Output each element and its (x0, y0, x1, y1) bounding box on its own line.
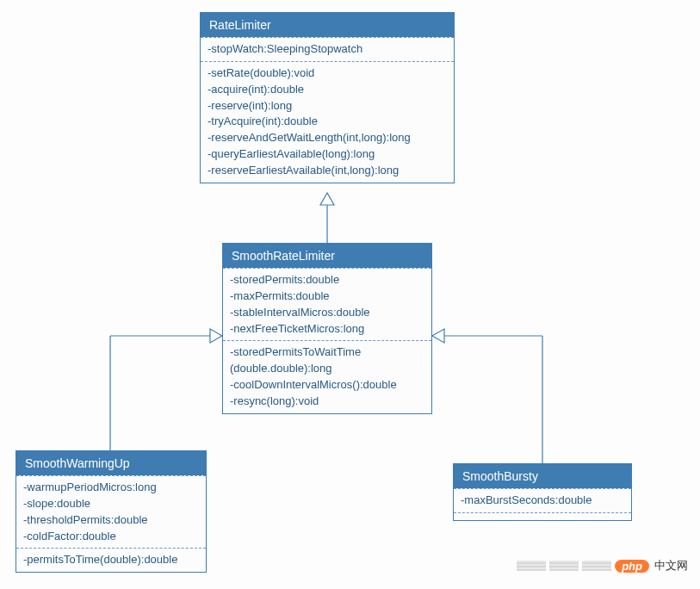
ops-section: -permitsToTime(double):double (16, 548, 206, 572)
op: -queryEarliestAvailable(long):long (208, 146, 447, 163)
attr: -maxPermits:double (230, 288, 424, 305)
attr: -slope:double (23, 496, 199, 512)
class-title: SmoothWarmingUp (16, 451, 206, 475)
op: -reserve(int):long (208, 98, 447, 115)
watermark: php 中文网 (517, 558, 688, 574)
op: -reserveEarliestAvailable(int,long):long (208, 163, 447, 179)
op: -tryAcquire(int):double (208, 114, 447, 130)
attr: -maxBurstSeconds:double (461, 493, 624, 509)
svg-marker-4 (210, 329, 222, 343)
op: -coolDownIntervalMicros():double (230, 377, 424, 394)
op: -setRate(double):void (208, 65, 447, 82)
attrs-section: -storedPermits:double -maxPermits:double… (223, 268, 431, 340)
watermark-logo: php (615, 560, 649, 573)
svg-marker-1 (320, 193, 334, 205)
class-smoothratelimiter: SmoothRateLimiter -storedPermits:double … (222, 243, 432, 414)
class-title: RateLimiter (201, 13, 454, 37)
attrs-section: -maxBurstSeconds:double (454, 488, 631, 512)
attr: -storedPermits:double (230, 272, 424, 288)
class-smoothbursty: SmoothBursty -maxBurstSeconds:double (453, 463, 632, 521)
op: -acquire(int):double (208, 82, 447, 98)
op: -permitsToTime(double):double (23, 552, 199, 568)
class-title: SmoothRateLimiter (223, 244, 431, 268)
watermark-stub (549, 561, 579, 571)
svg-marker-7 (432, 329, 444, 343)
op: (double.double):long (230, 361, 424, 377)
watermark-text: 中文网 (654, 558, 688, 574)
attr: -thresholdPermits:double (23, 512, 199, 529)
attrs-section: -warmupPeriodMicros:long -slope:double -… (16, 475, 206, 548)
attr: -nextFreeTicketMicros:long (230, 321, 424, 338)
attrs-section: -stopWatch:SleepingStopwatch (201, 37, 454, 61)
ops-section: -setRate(double):void -acquire(int):doub… (201, 61, 454, 183)
attr: -coldFactor:double (23, 529, 199, 545)
op: -storedPermitsToWaitTime (230, 344, 424, 361)
op: -reserveAndGetWaitLength(int,long):long (208, 130, 447, 146)
ops-section (454, 512, 631, 520)
attr: -stopWatch:SleepingStopwatch (208, 41, 447, 58)
attr: -stableIntervalMicros:double (230, 305, 424, 321)
watermark-stub (517, 561, 546, 571)
watermark-stub (582, 561, 611, 571)
class-ratelimiter: RateLimiter -stopWatch:SleepingStopwatch… (200, 12, 455, 183)
op: -resync(long):void (230, 394, 424, 410)
class-smoothwarmingup: SmoothWarmingUp -warmupPeriodMicros:long… (15, 450, 207, 573)
ops-section: -storedPermitsToWaitTime (double.double)… (223, 340, 431, 412)
class-title: SmoothBursty (454, 464, 631, 488)
attr: -warmupPeriodMicros:long (23, 480, 199, 496)
